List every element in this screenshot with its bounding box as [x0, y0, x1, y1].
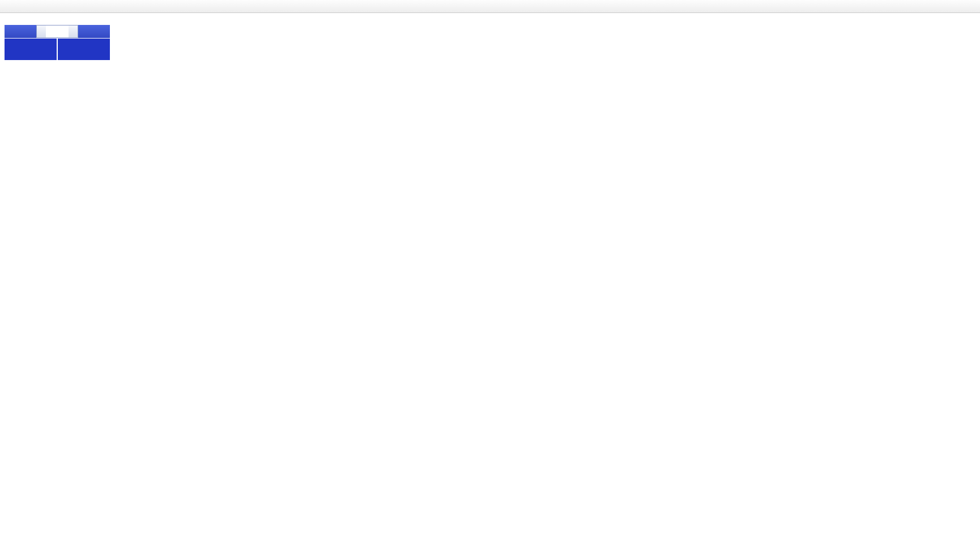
- buy-price[interactable]: [58, 39, 110, 60]
- volume-down-button[interactable]: [37, 25, 46, 37]
- sell-price[interactable]: [5, 39, 57, 60]
- volume-field[interactable]: [36, 25, 78, 38]
- buy-button[interactable]: [78, 25, 110, 38]
- volume-up-button[interactable]: [69, 25, 78, 37]
- sell-button[interactable]: [5, 25, 36, 38]
- volume-value[interactable]: [46, 25, 69, 37]
- one-click-trading-panel: [5, 25, 110, 60]
- symbol-title: [5, 15, 6, 22]
- toolbar: [0, 0, 980, 13]
- chart-canvas[interactable]: [0, 12, 980, 536]
